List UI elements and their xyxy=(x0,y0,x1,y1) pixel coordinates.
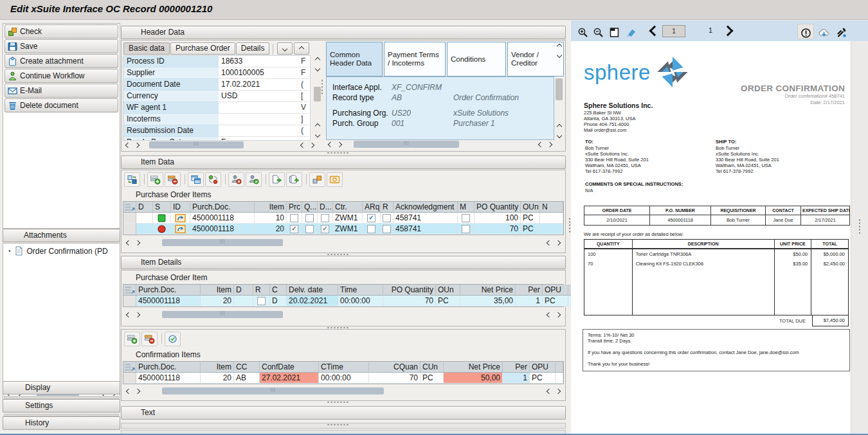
checkbox[interactable] xyxy=(305,214,314,222)
checkbox[interactable] xyxy=(290,214,298,222)
move-down-button[interactable] xyxy=(277,42,293,55)
column-header[interactable]: Acknowledgment xyxy=(393,202,458,213)
column-header[interactable]: S xyxy=(153,202,171,213)
column-header[interactable]: R xyxy=(253,285,270,296)
checkbox[interactable] xyxy=(367,225,375,233)
column-header[interactable]: Item xyxy=(255,202,287,213)
header-fields-vscrollbar[interactable] xyxy=(312,55,322,139)
column-header[interactable]: Prc xyxy=(287,202,302,213)
column-header[interactable]: Item xyxy=(201,362,234,373)
column-header[interactable]: ARq xyxy=(363,202,381,213)
column-header[interactable]: D xyxy=(136,202,153,213)
column-header[interactable]: CUn xyxy=(420,362,444,373)
row-selector[interactable] xyxy=(123,296,136,306)
table-row[interactable]: 450000111810ZWM1✓458741100PC xyxy=(123,213,563,224)
attachment-item[interactable]: •Order Confirmation (PD xyxy=(3,244,120,256)
tab-payment-terms-incoterms[interactable]: Payment Terms / Incoterms xyxy=(384,42,446,76)
confirmation-hscrollbar[interactable] xyxy=(124,387,563,395)
column-header[interactable]: Per xyxy=(516,285,543,296)
status-flag-button[interactable] xyxy=(309,172,325,187)
panel-splitter[interactable] xyxy=(321,79,324,96)
column-header[interactable]: Q... xyxy=(302,202,318,213)
field-row[interactable]: Resubmission Date( xyxy=(123,125,310,137)
column-header[interactable]: R xyxy=(381,202,393,213)
fit-page-button[interactable] xyxy=(606,24,622,38)
column-header[interactable]: CQuan xyxy=(369,362,420,373)
checkbox[interactable] xyxy=(305,225,314,233)
checkbox[interactable]: ✓ xyxy=(321,225,329,233)
checkbox[interactable] xyxy=(462,225,470,233)
continue-workflow-button[interactable]: Continue Workflow xyxy=(5,69,118,83)
splitter-handle[interactable] xyxy=(327,401,348,404)
highlighter-button[interactable] xyxy=(623,24,638,38)
approve-user-button[interactable] xyxy=(246,172,262,187)
checkbox[interactable] xyxy=(383,225,391,233)
display-button[interactable]: Display xyxy=(3,381,120,395)
po-items-hscrollbar[interactable] xyxy=(124,238,563,247)
po-item-hscrollbar[interactable] xyxy=(124,310,563,319)
column-header[interactable]: Delv. date xyxy=(287,285,338,296)
swap-status-button[interactable] xyxy=(205,172,221,187)
column-header[interactable]: Net Price xyxy=(444,362,503,373)
column-header[interactable]: Ctr. xyxy=(333,202,363,213)
checkbox[interactable] xyxy=(321,214,329,222)
tab-conditions[interactable]: Conditions xyxy=(447,42,506,76)
create-attachment-button[interactable]: Create attachment xyxy=(5,54,118,68)
delete-row-button[interactable] xyxy=(165,172,181,187)
delete-document-button[interactable]: Delete document xyxy=(5,98,118,112)
delete-row-button[interactable] xyxy=(141,332,158,346)
checkbox[interactable]: ✓ xyxy=(290,225,298,233)
zoom-out-button[interactable] xyxy=(590,24,606,38)
field-row[interactable]: CurrencyUSD[ xyxy=(123,91,310,102)
row-selector[interactable] xyxy=(123,224,136,235)
column-header[interactable]: ConfDate xyxy=(260,362,319,373)
column-header[interactable]: D xyxy=(234,285,253,296)
column-header[interactable]: Purch.Doc. xyxy=(136,285,201,296)
reject-user-button[interactable] xyxy=(228,172,244,187)
column-header[interactable]: OUn xyxy=(436,285,460,296)
row-selector[interactable] xyxy=(123,213,136,224)
table-row[interactable]: 450000111820✓✓ZWM145874170PC xyxy=(123,224,563,235)
column-header[interactable]: N xyxy=(540,202,563,213)
field-row[interactable]: Incoterms] xyxy=(123,114,310,125)
transfer-all-button[interactable] xyxy=(286,172,302,187)
viewer-splitter[interactable] xyxy=(858,218,862,235)
sync-items-button[interactable] xyxy=(124,172,140,187)
tab-common-header-data[interactable]: Common Header Data xyxy=(326,42,383,76)
history-button[interactable]: History xyxy=(3,416,120,430)
column-header[interactable]: Item xyxy=(201,285,234,296)
table-row[interactable]: 450000111820D20.02.202100:00:0070PC35,00… xyxy=(123,296,563,306)
column-header[interactable]: Purch.Doc. xyxy=(136,362,201,373)
checkbox[interactable] xyxy=(462,214,470,222)
move-up-button[interactable] xyxy=(294,42,309,55)
column-header[interactable]: CC xyxy=(234,362,260,373)
checkbox[interactable] xyxy=(383,214,391,222)
select-all-button[interactable] xyxy=(123,202,136,213)
check-button[interactable]: Check xyxy=(5,24,118,39)
po-link-icon[interactable] xyxy=(175,213,186,223)
column-header[interactable]: Time xyxy=(338,285,383,296)
header-fields-hscrollbar[interactable] xyxy=(123,141,316,149)
tab-details[interactable]: Details xyxy=(236,42,270,55)
splitter-handle[interactable] xyxy=(327,152,348,155)
add-row-button[interactable] xyxy=(147,172,163,187)
tab-basic-data[interactable]: Basic data xyxy=(123,42,170,55)
tools-button[interactable] xyxy=(833,24,849,38)
page-number-input[interactable]: 1 xyxy=(662,25,685,37)
alert-button[interactable] xyxy=(797,24,814,39)
column-header[interactable]: PO Quantity xyxy=(475,202,521,213)
column-header[interactable]: OUn xyxy=(521,202,540,213)
copy-window-button[interactable] xyxy=(188,172,204,187)
checkbox[interactable]: ✓ xyxy=(367,214,375,222)
download-button[interactable] xyxy=(816,24,831,38)
column-header[interactable]: Net Price xyxy=(460,285,516,296)
photo-button[interactable] xyxy=(327,172,343,187)
field-row[interactable]: Document Date17.02.2021( xyxy=(123,79,310,91)
row-selector[interactable] xyxy=(123,373,136,384)
field-row[interactable]: WF agent 1V xyxy=(123,102,310,114)
tab-purchase-order[interactable]: Purchase Order xyxy=(170,42,235,55)
field-row[interactable]: Supplier1000100005F xyxy=(123,67,310,79)
attachments-header[interactable]: Attachments xyxy=(3,229,120,242)
common-vscrollbar[interactable] xyxy=(554,42,564,140)
select-all-button[interactable] xyxy=(123,362,136,373)
